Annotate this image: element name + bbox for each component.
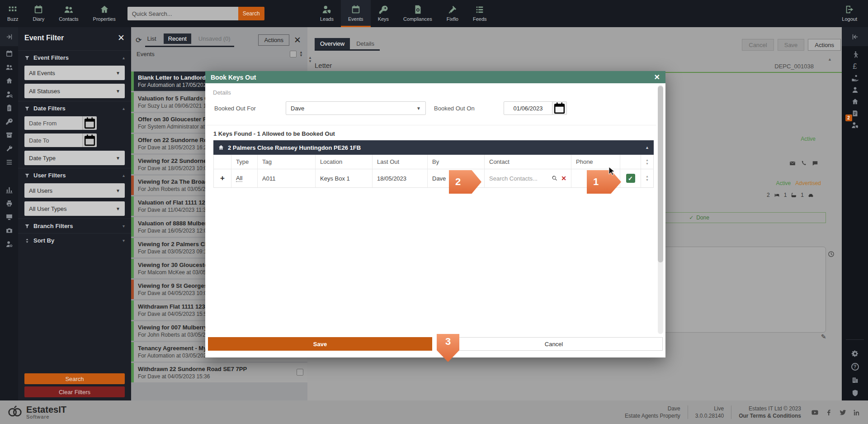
close-icon[interactable]: ✕: [118, 33, 125, 43]
chevron-up-icon[interactable]: ▴: [123, 106, 125, 111]
nav-item-feeds[interactable]: Feeds: [466, 0, 494, 27]
row-spinner[interactable]: ▲▼: [646, 175, 649, 181]
property-header-bar[interactable]: 2 Palmers Close Ramsey Huntingdon PE26 1…: [213, 140, 654, 155]
all-user-types-dropdown[interactable]: All User Types▼: [24, 201, 125, 216]
chat-icon[interactable]: [812, 160, 818, 167]
nav-item-compliances[interactable]: Compliances: [396, 0, 439, 27]
scrollbar-thumb[interactable]: [658, 86, 663, 262]
facebook-icon[interactable]: [825, 409, 833, 416]
collapse-rail-block[interactable]: [842, 27, 868, 46]
event-list-item[interactable]: Withdrawn 22 Sundorne Road SE7 7PP For D…: [131, 363, 307, 382]
key-icon[interactable]: [5, 118, 13, 125]
modal-scrollbar[interactable]: [658, 85, 663, 334]
nav-item-contacts[interactable]: Contacts: [52, 0, 85, 27]
person-icon[interactable]: [851, 86, 859, 94]
clear-contact-icon[interactable]: ✕: [561, 175, 566, 182]
chevron-down-icon[interactable]: ▾: [123, 224, 125, 229]
nav-item-leads[interactable]: Leads: [313, 0, 341, 27]
select-all-checkbox[interactable]: [290, 51, 297, 57]
nav-item-fixflo[interactable]: Fixflo: [439, 0, 466, 27]
chevron-up-icon[interactable]: ▴: [123, 173, 125, 178]
pencil-icon[interactable]: ✎: [821, 333, 826, 340]
clipboard-icon[interactable]: [5, 104, 13, 112]
modal-save-button[interactable]: Save: [208, 337, 432, 351]
twitter-icon[interactable]: [839, 409, 847, 416]
chevron-up-icon[interactable]: ▲: [645, 145, 649, 150]
contact-search-field[interactable]: Search Contacts... ✕: [484, 169, 571, 187]
nav-item-diary[interactable]: Diary: [25, 0, 52, 27]
camera-icon[interactable]: [5, 227, 13, 234]
person-settings-icon[interactable]: [5, 240, 13, 248]
phone-icon[interactable]: [801, 160, 807, 167]
chart-icon[interactable]: [5, 186, 13, 194]
walking-person-icon[interactable]: [851, 51, 859, 58]
terms-link[interactable]: Our Terms & Conditions: [739, 412, 801, 419]
expand-row-button[interactable]: +: [220, 174, 225, 183]
tab-details[interactable]: Details: [351, 38, 380, 49]
house-icon[interactable]: [5, 77, 13, 85]
close-icon[interactable]: ✕: [294, 35, 301, 45]
save-button[interactable]: Save: [778, 39, 805, 51]
cancel-button[interactable]: Cancel: [742, 39, 774, 51]
nav-item-logout[interactable]: Logout: [835, 0, 864, 27]
youtube-icon[interactable]: [811, 409, 819, 416]
archive-icon[interactable]: [5, 131, 13, 139]
building-icon[interactable]: [851, 376, 859, 384]
tools-icon[interactable]: [5, 145, 13, 152]
pound-icon[interactable]: £: [853, 62, 857, 70]
book-out-checkbox[interactable]: ✓: [626, 174, 635, 183]
column-spinner[interactable]: ▲▼: [646, 158, 649, 165]
person-tag-icon[interactable]: [851, 121, 859, 129]
tab-recent[interactable]: Recent: [164, 33, 191, 44]
date-type-dropdown[interactable]: Date Type▼: [24, 151, 125, 165]
house-icon[interactable]: [851, 98, 859, 105]
quick-search-button[interactable]: Search: [238, 7, 264, 20]
calendar-icon[interactable]: [5, 50, 13, 57]
notes-icon[interactable]: [851, 110, 859, 117]
nav-item-events[interactable]: Events: [341, 0, 371, 27]
booked-out-for-select[interactable]: Dave ▼: [286, 101, 426, 115]
shield-icon[interactable]: [851, 389, 859, 397]
list-icon[interactable]: [5, 158, 13, 166]
nav-item-keys[interactable]: Keys: [371, 0, 396, 27]
date-from-input[interactable]: Date From: [24, 116, 82, 130]
settings-icon[interactable]: [851, 350, 859, 357]
nav-item-properties[interactable]: Properties: [86, 0, 123, 27]
clear-filters-button[interactable]: Clear Filters: [24, 386, 125, 397]
event-checkbox[interactable]: [297, 369, 303, 376]
key-type-link[interactable]: All: [236, 175, 242, 182]
quick-search-input[interactable]: [127, 7, 238, 20]
all-users-dropdown[interactable]: All Users▼: [24, 183, 125, 198]
hand-coin-icon[interactable]: [851, 74, 859, 82]
modal-cancel-button[interactable]: Cancel: [445, 337, 663, 351]
people-icon[interactable]: [5, 63, 13, 71]
calendar-icon[interactable]: [552, 101, 567, 115]
chevron-up-icon[interactable]: ▴: [123, 55, 125, 60]
events-actions-button[interactable]: Actions: [258, 34, 289, 46]
person-search-icon[interactable]: [5, 91, 13, 98]
date-to-input[interactable]: Date To: [24, 133, 82, 147]
nav-item-buzz[interactable]: Buzz: [0, 0, 25, 27]
search-icon[interactable]: [552, 175, 558, 181]
content-actions-button[interactable]: Actions: [808, 39, 841, 51]
calendar-icon[interactable]: [82, 116, 97, 130]
clock-icon[interactable]: [828, 251, 835, 257]
splitter-carets[interactable]: ▲▼: [308, 56, 312, 63]
collapse-caret-icon[interactable]: ▲: [828, 57, 832, 62]
printer-icon[interactable]: [5, 200, 13, 207]
monitor-icon[interactable]: [5, 213, 13, 221]
mail-icon[interactable]: [789, 160, 796, 167]
tab-overview[interactable]: Overview: [315, 38, 350, 49]
calendar-icon[interactable]: [82, 133, 97, 147]
sort-spinner[interactable]: ▲▼: [299, 51, 303, 57]
filter-search-button[interactable]: Search: [24, 373, 125, 384]
chevron-down-icon[interactable]: ▾: [123, 238, 125, 243]
expand-rail-block[interactable]: [0, 27, 18, 46]
tab-list[interactable]: List: [146, 33, 157, 44]
linkedin-icon[interactable]: [853, 409, 861, 416]
all-statuses-dropdown[interactable]: All Statuses▼: [24, 84, 125, 98]
refresh-icon[interactable]: ⟳: [136, 36, 142, 44]
help-icon[interactable]: ?: [851, 363, 859, 371]
close-icon[interactable]: ✕: [654, 73, 660, 81]
booked-out-on-input[interactable]: 01/06/2023: [504, 101, 552, 115]
